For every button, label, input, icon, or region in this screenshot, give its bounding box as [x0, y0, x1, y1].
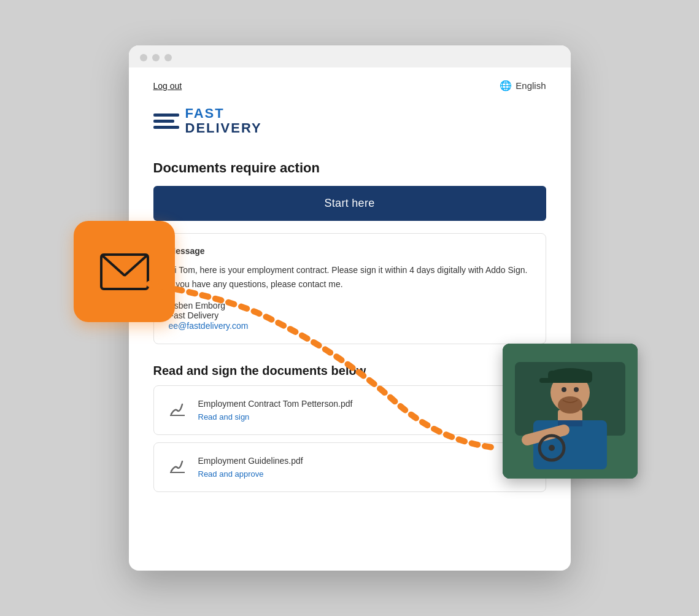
logo-container: FAST DELIVERY — [153, 106, 546, 136]
document-item-1: Employment Contract Tom Petterson.pdf Re… — [153, 385, 546, 435]
message-card: Message Hi Tom, here is your employment … — [153, 233, 546, 344]
logo-line-1 — [153, 114, 179, 117]
traffic-light-close[interactable] — [140, 54, 147, 61]
svg-point-15 — [574, 387, 579, 392]
language-selector[interactable]: 🌐 English — [500, 80, 546, 91]
svg-rect-6 — [539, 378, 552, 383]
docs-section-title: Read and sign the documents below — [153, 364, 546, 378]
document-item-2: Employment Guidelines.pdf Read and appro… — [153, 442, 546, 492]
logout-link[interactable]: Log out — [153, 81, 182, 91]
logo-line-3 — [153, 126, 179, 129]
doc-name-2: Employment Guidelines.pdf — [198, 456, 512, 466]
logo-delivery: DELIVERY — [185, 121, 262, 136]
doc-info-2: Employment Guidelines.pdf Read and appro… — [198, 456, 512, 479]
message-label: Message — [169, 246, 531, 256]
logo-line-2 — [153, 120, 174, 123]
globe-icon: 🌐 — [500, 80, 512, 91]
envelope-card — [74, 221, 175, 322]
language-label: English — [516, 80, 546, 91]
approve-icon — [166, 454, 188, 480]
svg-point-13 — [558, 396, 582, 414]
sender-email[interactable]: ee@fastdelivery.com — [169, 321, 249, 331]
doc-action-read-sign[interactable]: Read and sign — [198, 412, 250, 422]
person-photo — [503, 344, 638, 479]
sender-company: Fast Delivery — [169, 310, 531, 320]
logo-text: FAST DELIVERY — [185, 106, 262, 136]
section-title: Documents require action — [153, 160, 546, 176]
traffic-light-minimize[interactable] — [152, 54, 160, 61]
message-text: Hi Tom, here is your employment contract… — [169, 263, 531, 291]
svg-point-12 — [549, 445, 555, 451]
browser-body: Log out 🌐 English FAST DELIVERY — [129, 67, 571, 571]
doc-action-read-approve[interactable]: Read and approve — [198, 469, 264, 479]
logo-wrapper: FAST DELIVERY — [153, 106, 546, 136]
logo-lines — [153, 114, 179, 129]
envelope-icon — [100, 253, 149, 290]
logo-fast: FAST — [185, 106, 262, 121]
traffic-light-maximize[interactable] — [164, 54, 172, 61]
svg-rect-8 — [533, 420, 607, 469]
page-header: Log out 🌐 English — [153, 80, 546, 91]
svg-point-14 — [562, 387, 566, 392]
browser-window: Log out 🌐 English FAST DELIVERY — [129, 45, 571, 571]
browser-chrome — [129, 45, 571, 67]
doc-info-1: Employment Contract Tom Petterson.pdf Re… — [198, 399, 512, 422]
sign-icon — [166, 397, 188, 423]
svg-rect-5 — [548, 371, 592, 383]
doc-name-1: Employment Contract Tom Petterson.pdf — [198, 399, 512, 409]
start-here-button[interactable]: Start here — [153, 186, 546, 221]
page-content: Log out 🌐 English FAST DELIVERY — [129, 67, 571, 571]
sender-name: Esben Emborg — [169, 301, 531, 310]
